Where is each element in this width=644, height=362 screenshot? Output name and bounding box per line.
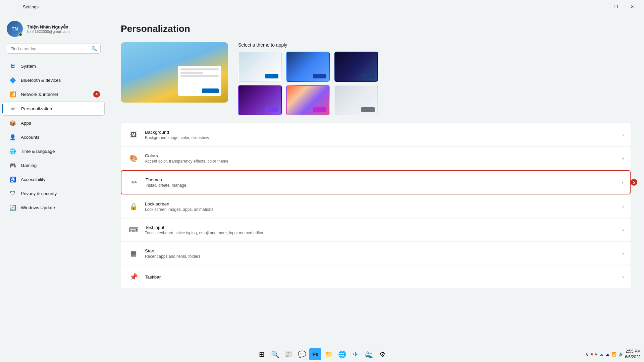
volume-icon[interactable]: 🔊 xyxy=(619,352,624,357)
themes-icon: ✏ xyxy=(128,176,140,188)
title-bar-title: Settings xyxy=(23,4,39,9)
themes-desc: Install, create, manage xyxy=(146,183,616,188)
widgets-icon[interactable]: 📰 xyxy=(282,348,294,360)
settings-item-themes[interactable]: ✏ Themes Install, create, manage › xyxy=(121,170,631,194)
colors-chevron: › xyxy=(622,156,624,161)
themes-wrapper: ✏ Themes Install, create, manage › 5 xyxy=(121,170,631,194)
sidebar-item-accessibility[interactable]: ♿ Accessibility xyxy=(3,173,105,186)
search-box[interactable]: 🔍 xyxy=(7,44,101,54)
tray-icon-1[interactable]: ■ xyxy=(590,352,593,357)
themes-chevron: › xyxy=(622,180,623,185)
theme-light[interactable] xyxy=(238,52,282,82)
tray-arrow[interactable]: ∧ xyxy=(585,352,588,357)
themes-title: Themes xyxy=(146,177,616,182)
theme-dark-blue[interactable] xyxy=(334,52,378,82)
bluetooth-icon: 🔷 xyxy=(9,77,16,83)
background-title: Background xyxy=(145,130,617,135)
background-text: Background Background image, color, slid… xyxy=(145,130,617,140)
minimize-button[interactable]: — xyxy=(592,1,608,12)
colors-icon: 🎨 xyxy=(127,152,140,164)
time-icon: 🌐 xyxy=(9,148,16,155)
lockscreen-desc: Lock screen images, apps, animations xyxy=(145,207,617,212)
search-taskbar-icon[interactable]: 🔍 xyxy=(269,348,281,360)
sidebar-item-bluetooth[interactable]: 🔷 Bluetooth & devices xyxy=(3,73,105,87)
telegram-icon[interactable]: ✈ xyxy=(350,348,362,360)
theme-gray-bar xyxy=(361,107,375,112)
textinput-icon: ⌨ xyxy=(127,224,140,236)
start-button[interactable]: ⊞ xyxy=(256,348,268,360)
close-button[interactable]: ✕ xyxy=(625,1,640,12)
gaming-icon: 🎮 xyxy=(9,162,16,169)
textinput-desc: Touch keyboard, voice typing, emoji and … xyxy=(145,231,617,235)
user-email: linh41822000@gmail.com xyxy=(27,29,69,34)
sidebar: TN Thiện Nhân Nguyễn linh41822000@gmail.… xyxy=(0,13,107,346)
lockscreen-title: Lock screen xyxy=(145,201,617,206)
theme-preview-window xyxy=(178,66,221,96)
taskbar-center: ⊞ 🔍 📰 💬 Ps 📁 🌐 ✈ 🌊 ⚙ xyxy=(256,348,388,360)
sidebar-item-gaming[interactable]: 🎮 Gaming xyxy=(3,159,105,172)
tray-icon-2[interactable]: V xyxy=(595,352,597,357)
textinput-text: Text input Touch keyboard, voice typing,… xyxy=(145,225,617,235)
settings-taskbar-icon[interactable]: ⚙ xyxy=(376,348,388,360)
sidebar-item-system[interactable]: 🖥 System xyxy=(3,59,105,73)
theme-light-bar xyxy=(265,74,278,78)
lockscreen-text: Lock screen Lock screen images, apps, an… xyxy=(145,201,617,212)
sidebar-item-apps[interactable]: 📦 Apps xyxy=(3,116,105,130)
sidebar-item-update[interactable]: 🔄 Windows Update xyxy=(3,201,105,214)
wifi-icon[interactable]: 📶 xyxy=(611,352,616,357)
user-profile[interactable]: TN Thiện Nhân Nguyễn linh41822000@gmail.… xyxy=(0,17,107,44)
colors-title: Colors xyxy=(145,153,617,158)
title-bar-left: ← Settings xyxy=(4,1,39,12)
settings-item-start[interactable]: ▦ Start Recent apps and items, folders › xyxy=(121,242,631,265)
theme-purple[interactable] xyxy=(238,85,282,115)
theme-grid xyxy=(238,52,379,115)
background-chevron: › xyxy=(622,132,624,137)
lockscreen-icon: 🔒 xyxy=(127,200,140,213)
accessibility-icon: ♿ xyxy=(9,176,16,183)
avatar-status-dot xyxy=(18,33,22,37)
textinput-chevron: › xyxy=(622,227,624,233)
back-button[interactable]: ← xyxy=(4,1,19,12)
search-icon: 🔍 xyxy=(91,46,97,51)
sidebar-item-time[interactable]: 🌐 Time & language xyxy=(3,144,105,158)
background-icon: 🖼 xyxy=(127,129,140,141)
page-title: Personalization xyxy=(121,23,631,34)
theme-select-area: Select a theme to apply xyxy=(238,42,631,115)
start-title: Start xyxy=(145,248,617,253)
background-desc: Background image, color, slideshow xyxy=(145,135,617,140)
taskbar-title: Taskbar xyxy=(145,275,617,280)
settings-item-colors[interactable]: 🎨 Colors Accent color, transparency effe… xyxy=(121,147,631,170)
tray-icon-3[interactable]: ☁ xyxy=(599,352,603,357)
theme-blue[interactable] xyxy=(286,52,330,82)
sidebar-item-personalization[interactable]: ✏ Personalization xyxy=(3,102,105,116)
taskbar-settings-icon: 📌 xyxy=(127,271,140,283)
theme-colorful[interactable] xyxy=(286,85,330,115)
start-text: Start Recent apps and items, folders xyxy=(145,248,617,259)
preview-line-1 xyxy=(180,68,219,70)
privacy-icon: 🛡 xyxy=(9,190,16,197)
files-icon[interactable]: 📁 xyxy=(323,348,335,360)
apps-icon: 📦 xyxy=(9,120,16,126)
theme-gray[interactable] xyxy=(334,85,378,115)
personalization-icon: ✏ xyxy=(10,105,16,112)
search-input[interactable] xyxy=(10,46,89,51)
teams-icon[interactable]: 💬 xyxy=(296,348,308,360)
photoshop-icon[interactable]: Ps xyxy=(309,348,321,360)
theme-select-label: Select a theme to apply xyxy=(238,42,631,48)
theme-dark-blue-bar xyxy=(361,74,375,78)
sidebar-item-network[interactable]: 📶 Network & internet 4 xyxy=(3,87,105,101)
settings-item-background[interactable]: 🖼 Background Background image, color, sl… xyxy=(121,123,631,146)
clock[interactable]: 2:55 PM 6/6/2022 xyxy=(625,349,641,360)
settings-item-lockscreen[interactable]: 🔒 Lock screen Lock screen images, apps, … xyxy=(121,195,631,218)
settings-item-taskbar[interactable]: 📌 Taskbar › xyxy=(121,265,631,288)
sidebar-item-accounts[interactable]: 👤 Accounts xyxy=(3,130,105,144)
network-badge: 4 xyxy=(93,91,100,98)
edge-icon[interactable]: 🌊 xyxy=(363,348,375,360)
maximize-button[interactable]: ❐ xyxy=(608,1,624,12)
settings-item-textinput[interactable]: ⌨ Text input Touch keyboard, voice typin… xyxy=(121,219,631,241)
start-icon: ▦ xyxy=(127,247,140,259)
sidebar-item-privacy[interactable]: 🛡 Privacy & security xyxy=(3,187,105,200)
chrome-icon[interactable]: 🌐 xyxy=(336,348,348,360)
theme-colorful-bar xyxy=(313,107,326,112)
tray-icon-4[interactable]: ☁ xyxy=(605,352,609,357)
